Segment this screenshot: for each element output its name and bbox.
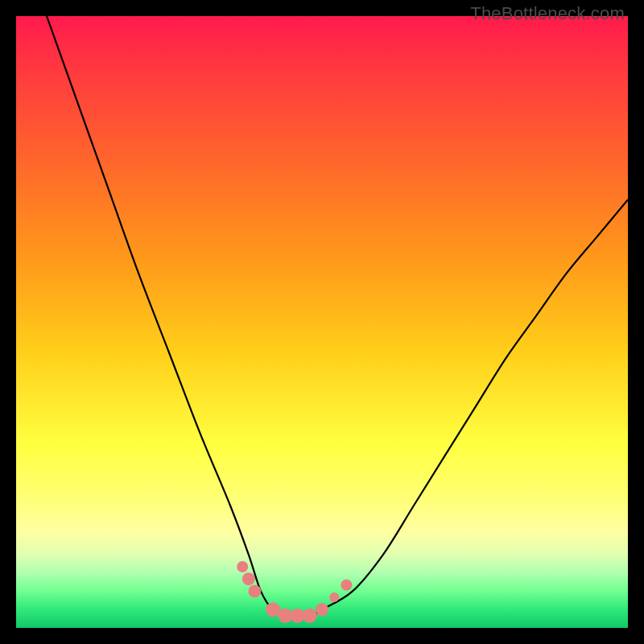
bottleneck-curve-svg — [16, 16, 628, 628]
watermark-text: TheBottleneck.com — [470, 3, 625, 24]
bottleneck-curve-path — [47, 16, 628, 617]
marker-left-slope-2 — [242, 572, 255, 585]
marker-left-slope-3 — [248, 584, 261, 597]
marker-right-gap — [329, 592, 339, 602]
marker-right-slope-2 — [341, 580, 352, 591]
marker-right-slope-1 — [316, 603, 328, 616]
marker-left-slope-1 — [237, 561, 248, 572]
marker-bottom-4 — [303, 609, 317, 623]
